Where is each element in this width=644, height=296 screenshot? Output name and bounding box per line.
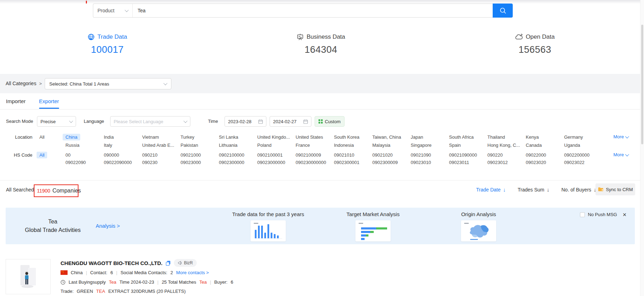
- language-select[interactable]: Please Select Language: [110, 116, 190, 127]
- close-icon[interactable]: ×: [623, 212, 626, 217]
- location-option[interactable]: United Kingdo...: [257, 134, 290, 140]
- custom-time-button[interactable]: Custom: [315, 116, 345, 127]
- location-all-option[interactable]: All: [39, 134, 44, 140]
- hs-code-option[interactable]: 0902100009: [296, 152, 321, 158]
- hs-code-option[interactable]: 0902300000: [219, 160, 244, 165]
- location-option[interactable]: Malaysia: [372, 143, 390, 148]
- hs-code-option[interactable]: 0902100000: [219, 152, 244, 158]
- hs-code-option[interactable]: 09021020: [372, 152, 393, 158]
- location-option[interactable]: United Arab E...: [142, 143, 174, 148]
- all-categories-label: All Categories: [6, 81, 36, 86]
- location-option[interactable]: Germany: [564, 134, 583, 140]
- hs-code-option[interactable]: 0902300009: [372, 160, 398, 165]
- location-option[interactable]: Kenya: [526, 134, 539, 140]
- divider: |: [210, 279, 211, 285]
- hs-code-option[interactable]: 09021090: [411, 152, 431, 158]
- sort-button[interactable]: Trades Sum ↓: [518, 187, 549, 193]
- hs-code-option[interactable]: 09022090000: [104, 160, 132, 165]
- location-option[interactable]: South Africa: [449, 134, 474, 140]
- hs-code-option[interactable]: 00: [65, 152, 70, 158]
- hs-code-option[interactable]: 090230: [142, 160, 157, 165]
- no-push-checkbox[interactable]: [580, 212, 585, 217]
- search-button[interactable]: [493, 4, 513, 18]
- location-option[interactable]: Singapore: [411, 143, 431, 148]
- bizr-badge[interactable]: BizR: [174, 259, 197, 267]
- hs-code-option[interactable]: 09023022: [564, 160, 585, 165]
- location-option[interactable]: Turkey: [181, 134, 194, 140]
- more-contacts-link[interactable]: More contacts >: [176, 270, 209, 275]
- stat-value: 100017: [62, 44, 153, 55]
- hs-code-option[interactable]: 090210: [142, 152, 157, 158]
- time-label: Time: [208, 119, 218, 124]
- location-option[interactable]: Thailand: [487, 134, 505, 140]
- trade-data-chart-card[interactable]: [251, 220, 286, 241]
- location-option[interactable]: Russia: [65, 143, 80, 148]
- location-option[interactable]: Italy: [104, 143, 112, 148]
- hs-code-option[interactable]: 0902300001: [334, 160, 359, 165]
- tab[interactable]: Importer: [6, 98, 26, 109]
- sync-to-crm-button[interactable]: Sync to CRM: [595, 183, 635, 195]
- hs-code-option[interactable]: 09022000: [526, 152, 546, 158]
- hs-code-option[interactable]: 090230000000: [296, 160, 326, 165]
- scrollbar-track[interactable]: [640, 0, 644, 296]
- hs-code-option[interactable]: 090220: [487, 152, 503, 158]
- copy-icon[interactable]: [166, 260, 171, 266]
- location-option[interactable]: United States: [296, 134, 323, 140]
- chevron-right-icon: >: [39, 81, 42, 86]
- location-option[interactable]: Canada: [526, 143, 542, 148]
- search-input[interactable]: [133, 8, 493, 13]
- hs-code-all-option[interactable]: All: [37, 152, 47, 158]
- banner-card-title: Trade data for the past 3 years: [232, 211, 304, 217]
- hs-code-option[interactable]: 0902100001: [257, 152, 283, 158]
- banner-card-title: Target Market Analysis: [347, 211, 400, 217]
- date-to-input[interactable]: 2024-02-27: [270, 116, 311, 127]
- location-option[interactable]: South Korea: [334, 134, 359, 140]
- location-option[interactable]: Hong Kong, C...: [487, 143, 520, 148]
- hs-code-option[interactable]: 09022090: [65, 160, 86, 165]
- analysis-link[interactable]: Analysis >: [96, 223, 120, 229]
- hs-code-option[interactable]: 090000: [104, 152, 119, 158]
- hs-code-option[interactable]: 0902200000: [564, 152, 589, 158]
- hs-code-option[interactable]: 09023000000: [257, 160, 285, 165]
- location-option[interactable]: Pakistan: [181, 143, 198, 148]
- hs-code-option[interactable]: 09023011: [449, 160, 469, 165]
- location-option[interactable]: China: [63, 134, 80, 140]
- all-categories-button[interactable]: All Categories >: [6, 81, 42, 86]
- hs-code-option[interactable]: 09021000: [181, 152, 201, 158]
- sort-button[interactable]: No. of Buyers ↓: [561, 187, 596, 193]
- tab[interactable]: Exporter: [39, 98, 59, 109]
- location-option[interactable]: Spain: [449, 143, 461, 148]
- hs-code-option[interactable]: 09023000: [181, 160, 201, 165]
- company-name[interactable]: CHENGDU WAGOTT BIO-TECH CO.,LTD.: [61, 260, 163, 266]
- company-goods-line: Trade: GREEN TEA EXTRACT 320DRUMS (20 PA…: [61, 289, 186, 294]
- date-from-input[interactable]: 2023-02-28: [225, 116, 266, 127]
- scrollbar-thumb[interactable]: [641, 25, 643, 144]
- hs-code-option[interactable]: 09023012: [487, 160, 508, 165]
- location-option[interactable]: India: [104, 134, 114, 140]
- hs-code-option[interactable]: 09023010: [411, 160, 431, 165]
- location-option[interactable]: Vietnam: [142, 134, 159, 140]
- location-option[interactable]: Japan: [411, 134, 423, 140]
- stat-open-data[interactable]: Open Data 156563: [489, 33, 581, 55]
- origin-analysis-card[interactable]: [461, 220, 496, 241]
- stat-trade-data[interactable]: Trade Data 100017: [62, 33, 153, 55]
- hs-code-option[interactable]: 09023020: [526, 160, 546, 165]
- location-option[interactable]: Uganda: [564, 143, 580, 148]
- target-market-chart-card[interactable]: [355, 220, 391, 241]
- selected-areas-dropdown[interactable]: Selected: China Total 1 Areas: [45, 78, 171, 89]
- location-option[interactable]: Indonesia: [334, 143, 354, 148]
- stat-business-data[interactable]: Business Data 164304: [275, 33, 367, 55]
- buyer-label: Buyer:: [214, 279, 228, 285]
- search-category-select[interactable]: Product: [93, 4, 133, 17]
- search-mode-select[interactable]: Precise: [37, 116, 76, 127]
- location-more-button[interactable]: More: [613, 134, 629, 139]
- location-option[interactable]: Poland: [257, 143, 271, 148]
- hs-code-option[interactable]: 09021090000: [449, 152, 477, 158]
- hs-code-more-button[interactable]: More: [613, 152, 629, 157]
- location-option[interactable]: Taiwan, China: [372, 134, 401, 140]
- location-option[interactable]: Sri Lanka: [219, 134, 238, 140]
- sort-button[interactable]: Trade Date ↓: [476, 187, 506, 193]
- location-option[interactable]: France: [296, 143, 310, 148]
- hs-code-option[interactable]: 09021010: [334, 152, 354, 158]
- location-option[interactable]: Lithuania: [219, 143, 238, 148]
